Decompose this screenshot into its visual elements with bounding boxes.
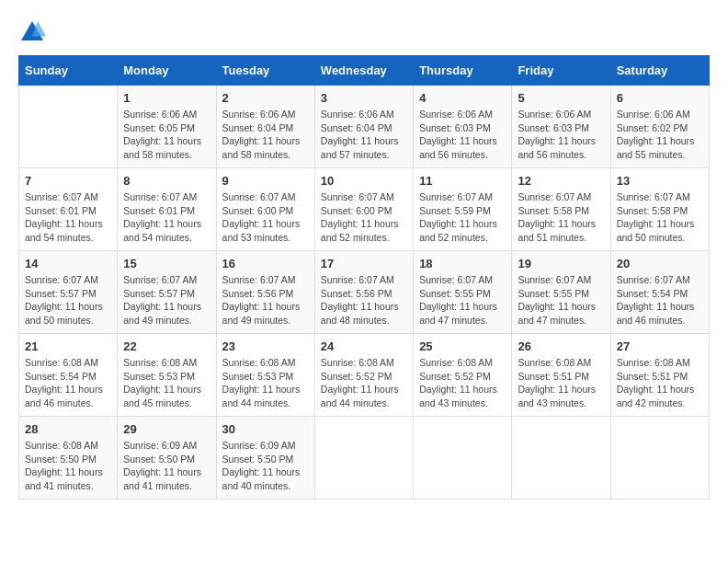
day-cell — [314, 417, 413, 500]
day-cell: 18Sunrise: 6:07 AMSunset: 5:55 PMDayligh… — [414, 251, 512, 334]
header-cell-saturday: Saturday — [610, 56, 709, 86]
week-row-0: 1Sunrise: 6:06 AMSunset: 6:05 PMDaylight… — [19, 86, 710, 168]
day-detail: Sunrise: 6:07 AMSunset: 5:55 PMDaylight:… — [419, 273, 506, 327]
day-cell: 26Sunrise: 6:08 AMSunset: 5:51 PMDayligh… — [512, 334, 610, 417]
day-cell: 1Sunrise: 6:06 AMSunset: 6:05 PMDaylight… — [118, 86, 216, 168]
day-cell: 6Sunrise: 6:06 AMSunset: 6:02 PMDaylight… — [610, 86, 709, 168]
header-cell-friday: Friday — [512, 56, 610, 86]
day-number: 10 — [321, 174, 407, 188]
day-detail: Sunrise: 6:07 AMSunset: 6:01 PMDaylight:… — [25, 190, 111, 245]
day-detail: Sunrise: 6:06 AMSunset: 6:02 PMDaylight:… — [617, 108, 703, 162]
day-cell: 17Sunrise: 6:07 AMSunset: 5:56 PMDayligh… — [314, 251, 413, 334]
day-number: 17 — [321, 257, 407, 270]
day-detail: Sunrise: 6:09 AMSunset: 5:50 PMDaylight:… — [123, 439, 210, 493]
day-detail: Sunrise: 6:08 AMSunset: 5:51 PMDaylight:… — [617, 356, 703, 410]
day-detail: Sunrise: 6:08 AMSunset: 5:50 PMDaylight:… — [25, 439, 111, 493]
day-number: 3 — [321, 91, 407, 105]
day-number: 28 — [25, 422, 111, 436]
day-detail: Sunrise: 6:07 AMSunset: 5:54 PMDaylight:… — [617, 273, 703, 327]
day-cell: 9Sunrise: 6:07 AMSunset: 6:00 PMDaylight… — [216, 168, 314, 251]
calendar-table: SundayMondayTuesdayWednesdayThursdayFrid… — [18, 55, 710, 500]
day-number: 21 — [25, 339, 111, 353]
day-cell: 20Sunrise: 6:07 AMSunset: 5:54 PMDayligh… — [610, 251, 709, 334]
day-detail: Sunrise: 6:08 AMSunset: 5:53 PMDaylight:… — [222, 356, 309, 410]
day-detail: Sunrise: 6:07 AMSunset: 6:00 PMDaylight:… — [321, 190, 407, 245]
day-detail: Sunrise: 6:08 AMSunset: 5:53 PMDaylight:… — [123, 356, 210, 410]
day-cell: 25Sunrise: 6:08 AMSunset: 5:52 PMDayligh… — [414, 334, 512, 417]
day-number: 16 — [222, 257, 309, 270]
day-cell: 21Sunrise: 6:08 AMSunset: 5:54 PMDayligh… — [19, 334, 118, 417]
header-cell-thursday: Thursday — [414, 56, 512, 86]
day-cell: 4Sunrise: 6:06 AMSunset: 6:03 PMDaylight… — [414, 86, 512, 168]
day-cell: 30Sunrise: 6:09 AMSunset: 5:50 PMDayligh… — [216, 417, 314, 500]
header-cell-monday: Monday — [118, 56, 216, 86]
day-number: 4 — [419, 91, 506, 105]
day-number: 22 — [123, 339, 210, 353]
header-row: SundayMondayTuesdayWednesdayThursdayFrid… — [19, 56, 710, 86]
day-detail: Sunrise: 6:06 AMSunset: 6:05 PMDaylight:… — [123, 108, 210, 162]
day-number: 11 — [419, 174, 506, 188]
day-number: 25 — [419, 339, 506, 353]
header-cell-tuesday: Tuesday — [216, 56, 314, 86]
week-row-4: 28Sunrise: 6:08 AMSunset: 5:50 PMDayligh… — [19, 417, 710, 500]
day-cell: 12Sunrise: 6:07 AMSunset: 5:58 PMDayligh… — [512, 168, 610, 251]
day-detail: Sunrise: 6:07 AMSunset: 6:01 PMDaylight:… — [123, 190, 210, 245]
day-cell — [610, 417, 709, 500]
day-detail: Sunrise: 6:08 AMSunset: 5:54 PMDaylight:… — [25, 356, 111, 410]
day-cell: 16Sunrise: 6:07 AMSunset: 5:56 PMDayligh… — [216, 251, 314, 334]
week-row-1: 7Sunrise: 6:07 AMSunset: 6:01 PMDaylight… — [19, 168, 710, 251]
day-cell — [512, 417, 610, 500]
day-cell: 10Sunrise: 6:07 AMSunset: 6:00 PMDayligh… — [314, 168, 413, 251]
day-cell: 11Sunrise: 6:07 AMSunset: 5:59 PMDayligh… — [414, 168, 512, 251]
day-detail: Sunrise: 6:07 AMSunset: 5:56 PMDaylight:… — [222, 273, 309, 327]
calendar-body: 1Sunrise: 6:06 AMSunset: 6:05 PMDaylight… — [19, 86, 710, 500]
day-number: 8 — [123, 174, 210, 188]
day-number: 9 — [222, 174, 309, 188]
day-cell: 3Sunrise: 6:06 AMSunset: 6:04 PMDaylight… — [314, 86, 413, 168]
day-cell: 27Sunrise: 6:08 AMSunset: 5:51 PMDayligh… — [610, 334, 709, 417]
day-cell: 24Sunrise: 6:08 AMSunset: 5:52 PMDayligh… — [314, 334, 413, 417]
day-detail: Sunrise: 6:07 AMSunset: 5:56 PMDaylight:… — [321, 273, 407, 327]
day-number: 13 — [617, 174, 703, 188]
day-number: 12 — [518, 174, 604, 188]
day-detail: Sunrise: 6:07 AMSunset: 5:58 PMDaylight:… — [617, 190, 703, 245]
day-detail: Sunrise: 6:07 AMSunset: 6:00 PMDaylight:… — [222, 190, 309, 245]
day-detail: Sunrise: 6:07 AMSunset: 5:57 PMDaylight:… — [123, 273, 210, 327]
day-detail: Sunrise: 6:07 AMSunset: 5:59 PMDaylight:… — [419, 190, 506, 245]
day-number: 18 — [419, 257, 506, 270]
day-detail: Sunrise: 6:07 AMSunset: 5:57 PMDaylight:… — [25, 273, 111, 327]
day-number: 6 — [617, 91, 703, 105]
day-detail: Sunrise: 6:08 AMSunset: 5:52 PMDaylight:… — [321, 356, 407, 410]
day-number: 27 — [617, 339, 703, 353]
day-detail: Sunrise: 6:06 AMSunset: 6:04 PMDaylight:… — [222, 108, 309, 162]
calendar-header: SundayMondayTuesdayWednesdayThursdayFrid… — [19, 56, 710, 86]
day-cell: 15Sunrise: 6:07 AMSunset: 5:57 PMDayligh… — [118, 251, 216, 334]
day-number: 26 — [518, 339, 604, 353]
day-detail: Sunrise: 6:09 AMSunset: 5:50 PMDaylight:… — [222, 439, 309, 493]
day-cell: 8Sunrise: 6:07 AMSunset: 6:01 PMDaylight… — [118, 168, 216, 251]
day-detail: Sunrise: 6:06 AMSunset: 6:04 PMDaylight:… — [321, 108, 407, 162]
day-detail: Sunrise: 6:08 AMSunset: 5:51 PMDaylight:… — [518, 356, 604, 410]
day-cell — [414, 417, 512, 500]
day-cell: 19Sunrise: 6:07 AMSunset: 5:55 PMDayligh… — [512, 251, 610, 334]
day-number: 30 — [222, 422, 309, 436]
day-number: 19 — [518, 257, 604, 270]
day-number: 24 — [321, 339, 407, 353]
day-cell — [19, 86, 118, 168]
day-number: 29 — [123, 422, 210, 436]
day-number: 15 — [123, 257, 210, 270]
day-number: 5 — [518, 91, 604, 105]
day-cell: 2Sunrise: 6:06 AMSunset: 6:04 PMDaylight… — [216, 86, 314, 168]
logo — [18, 18, 50, 46]
day-cell: 7Sunrise: 6:07 AMSunset: 6:01 PMDaylight… — [19, 168, 118, 251]
day-number: 1 — [123, 91, 210, 105]
day-cell: 28Sunrise: 6:08 AMSunset: 5:50 PMDayligh… — [19, 417, 118, 500]
logo-icon — [18, 18, 46, 46]
day-number: 23 — [222, 339, 309, 353]
week-row-2: 14Sunrise: 6:07 AMSunset: 5:57 PMDayligh… — [19, 251, 710, 334]
day-number: 20 — [617, 257, 703, 270]
week-row-3: 21Sunrise: 6:08 AMSunset: 5:54 PMDayligh… — [19, 334, 710, 417]
day-detail: Sunrise: 6:07 AMSunset: 5:58 PMDaylight:… — [518, 190, 604, 245]
day-cell: 5Sunrise: 6:06 AMSunset: 6:03 PMDaylight… — [512, 86, 610, 168]
day-cell: 13Sunrise: 6:07 AMSunset: 5:58 PMDayligh… — [610, 168, 709, 251]
